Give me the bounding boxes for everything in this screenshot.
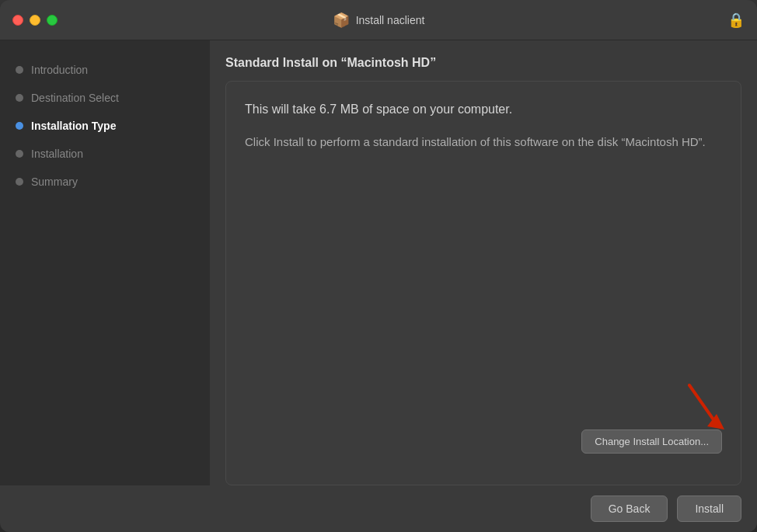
sidebar-item-destination-select[interactable]: Destination Select: [0, 84, 210, 112]
sidebar-label-introduction: Introduction: [31, 64, 88, 76]
content-text-space: This will take 6.7 MB of space on your c…: [245, 100, 722, 119]
sidebar-item-installation-type[interactable]: Installation Type: [0, 112, 210, 140]
sidebar-dot-introduction: [16, 66, 23, 74]
sidebar-label-installation: Installation: [31, 148, 83, 160]
installer-window: 📦 Install naclient 🔒 Introduction Destin…: [0, 0, 757, 532]
sidebar-label-destination-select: Destination Select: [31, 92, 119, 104]
lock-icon: 🔒: [727, 12, 745, 29]
svg-line-0: [689, 385, 717, 424]
app-icon: 📦: [333, 12, 350, 29]
sidebar-item-introduction[interactable]: Introduction: [0, 56, 210, 84]
main-content: Introduction Destination Select Installa…: [0, 40, 757, 485]
sidebar-label-installation-type: Installation Type: [31, 120, 116, 132]
minimize-button[interactable]: [30, 15, 40, 26]
sidebar-item-summary[interactable]: Summary: [0, 168, 210, 196]
panel-title: Standard Install on “Macintosh HD”: [225, 56, 741, 70]
bottom-bar: Go Back Install: [0, 485, 757, 532]
sidebar-item-installation[interactable]: Installation: [0, 140, 210, 168]
sidebar: Introduction Destination Select Installa…: [0, 40, 210, 485]
change-location-area: Change Install Location...: [245, 151, 722, 466]
close-button[interactable]: [12, 15, 23, 26]
sidebar-dot-installation: [16, 150, 23, 158]
window-title: Install naclient: [356, 14, 425, 26]
right-panel: Standard Install on “Macintosh HD” This …: [210, 40, 757, 485]
traffic-lights: [12, 15, 58, 26]
sidebar-label-summary: Summary: [31, 176, 78, 188]
sidebar-dot-summary: [16, 178, 23, 186]
red-arrow-indicator: [685, 381, 728, 440]
go-back-button[interactable]: Go Back: [591, 495, 668, 522]
maximize-button[interactable]: [47, 15, 58, 26]
content-text-install: Click Install to perform a standard inst…: [245, 133, 722, 151]
content-box: This will take 6.7 MB of space on your c…: [225, 81, 741, 485]
sidebar-dot-destination-select: [16, 94, 23, 102]
install-button[interactable]: Install: [677, 495, 741, 522]
titlebar: 📦 Install naclient 🔒: [0, 0, 757, 40]
window-title-area: 📦 Install naclient: [333, 12, 425, 29]
sidebar-dot-installation-type: [16, 122, 23, 130]
